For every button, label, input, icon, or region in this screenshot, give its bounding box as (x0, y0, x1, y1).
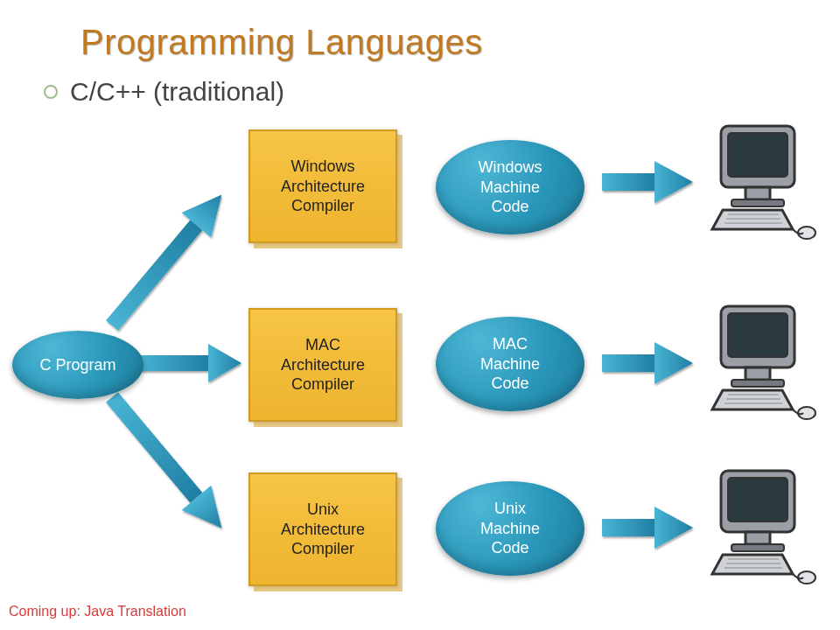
svg-rect-11 (602, 519, 654, 536)
svg-marker-26 (712, 390, 793, 410)
computer-icon-unix (705, 466, 819, 588)
svg-marker-10 (654, 342, 693, 384)
svg-rect-15 (746, 187, 770, 200)
arrow-src-to-mac (138, 344, 242, 382)
svg-marker-6 (182, 486, 237, 541)
arrow-code-win-to-pc (602, 161, 693, 203)
bullet-text: C/C++ (traditional) (70, 77, 284, 107)
svg-marker-2 (182, 182, 237, 237)
svg-marker-17 (712, 210, 793, 229)
node-compiler-windows: WindowsArchitectureCompiler (248, 130, 397, 243)
svg-rect-32 (728, 478, 788, 522)
arrow-code-mac-to-pc (602, 342, 693, 384)
svg-rect-16 (732, 200, 784, 206)
bullet-dot-icon (44, 85, 58, 99)
node-code-mac-label: MACMachineCode (480, 334, 540, 394)
node-code-unix-label: UnixMachineCode (480, 499, 540, 558)
node-compiler-unix: UnixArchitectureCompiler (248, 472, 397, 586)
svg-rect-25 (732, 380, 784, 387)
node-compiler-mac-label: MACArchitectureCompiler (281, 335, 365, 395)
svg-marker-12 (654, 507, 693, 549)
svg-rect-34 (732, 544, 784, 551)
svg-marker-35 (712, 555, 793, 574)
arrow-code-unix-to-pc (602, 507, 693, 549)
svg-rect-33 (746, 532, 770, 544)
node-compiler-unix-label: UnixArchitectureCompiler (281, 500, 365, 559)
svg-marker-4 (208, 344, 242, 382)
node-compiler-mac: MACArchitectureCompiler (248, 308, 397, 422)
svg-rect-3 (138, 355, 208, 371)
node-c-program: C Program (12, 331, 144, 399)
node-compiler-windows-label: WindowsArchitectureCompiler (281, 157, 365, 216)
svg-rect-24 (746, 368, 770, 380)
svg-point-30 (798, 407, 816, 419)
node-code-windows-label: WindowsMachineCode (478, 158, 542, 217)
arrow-src-to-win (97, 182, 236, 338)
slide-title: Programming Languages (80, 23, 483, 62)
svg-rect-9 (602, 354, 654, 372)
svg-rect-14 (728, 133, 788, 177)
slide: Programming Languages C/C++ (traditional… (0, 0, 840, 630)
footer-text: Coming up: Java Translation (9, 604, 186, 620)
node-code-windows: WindowsMachineCode (436, 140, 584, 234)
arrow-src-to-unix (97, 385, 236, 541)
svg-point-21 (798, 227, 816, 239)
node-code-mac: MACMachineCode (436, 317, 584, 411)
computer-icon-mac (705, 301, 819, 424)
node-code-unix: UnixMachineCode (436, 481, 584, 576)
node-c-program-label: C Program (39, 355, 116, 375)
bullet-row: C/C++ (traditional) (44, 77, 284, 107)
svg-rect-1 (106, 220, 202, 330)
computer-icon-windows (705, 121, 819, 243)
svg-rect-7 (602, 173, 654, 191)
svg-rect-5 (106, 392, 202, 502)
svg-rect-23 (728, 313, 788, 357)
svg-point-39 (798, 571, 816, 584)
svg-marker-8 (654, 161, 693, 203)
